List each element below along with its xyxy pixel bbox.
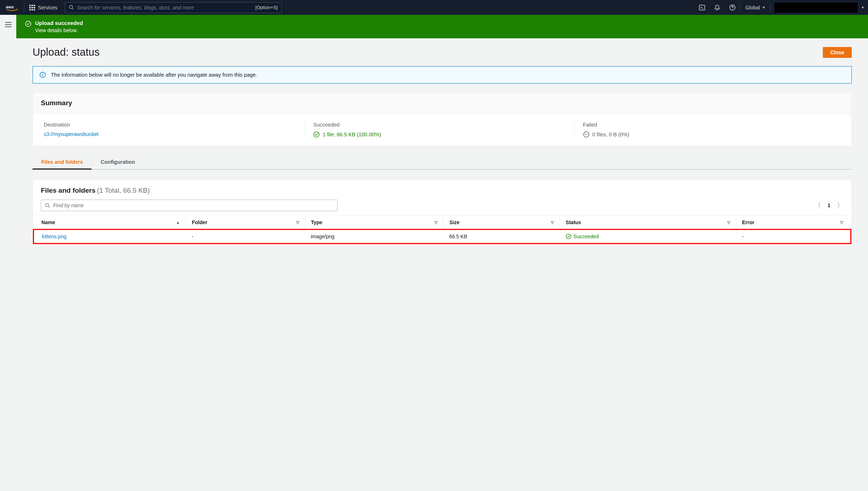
success-banner: Upload succeeded View details below.: [16, 15, 868, 38]
col-folder[interactable]: Folder▽: [186, 216, 305, 230]
svg-point-15: [587, 134, 588, 135]
pagination: 〈 1 〉: [814, 201, 843, 210]
svg-point-6: [732, 9, 733, 9]
sort-icon: ▽: [840, 220, 843, 225]
summary-label: Succeeded: [313, 122, 571, 128]
region-label: Global: [745, 5, 760, 10]
cloudshell-button[interactable]: [694, 0, 710, 15]
svg-line-17: [48, 206, 50, 208]
col-type[interactable]: Type▽: [305, 216, 443, 230]
svg-line-2: [72, 8, 73, 9]
caret-down-icon: ▼: [861, 6, 864, 9]
file-status: Succeeded: [566, 234, 731, 239]
col-error[interactable]: Error▽: [736, 216, 851, 230]
file-type: image/png: [305, 230, 443, 244]
info-alert: The information below will no longer be …: [33, 66, 852, 84]
succeeded-value: 1 file, 66.5 KB (100.00%): [323, 132, 381, 137]
col-status[interactable]: Status▽: [560, 216, 736, 230]
find-by-name-box[interactable]: [41, 200, 337, 211]
close-button[interactable]: Close: [823, 47, 852, 58]
grid-icon: [29, 5, 35, 10]
search-kbd-hint: [Option+S]: [255, 5, 278, 10]
svg-point-13: [585, 134, 586, 135]
page-next-button[interactable]: 〉: [837, 201, 843, 210]
help-icon: [729, 4, 736, 11]
region-selector[interactable]: Global ▼: [740, 5, 770, 10]
col-size[interactable]: Size▽: [443, 216, 560, 230]
ellipsis-circle-icon: [583, 131, 590, 138]
svg-point-1: [69, 5, 73, 9]
page-prev-button[interactable]: 〈: [814, 201, 821, 210]
files-table: Name▲ Folder▽ Type▽ Size▽ Status▽ Error▽…: [33, 215, 851, 244]
divider: [770, 3, 771, 12]
summary-succeeded: Succeeded 1 file, 66.5 KB (100.00%): [304, 122, 574, 138]
aws-top-header: aws Services [Option+S] Global ▼ ▼: [0, 0, 868, 15]
sort-asc-icon: ▲: [176, 220, 180, 225]
svg-point-14: [586, 134, 587, 135]
side-nav-toggle[interactable]: [5, 22, 12, 27]
files-title: Files and folders: [41, 187, 95, 194]
files-panel: Files and folders (1 Total, 66.5 KB) 〈 1…: [33, 180, 852, 244]
sort-icon: ▽: [727, 220, 730, 225]
services-label: Services: [38, 5, 58, 10]
svg-point-16: [46, 203, 49, 206]
services-menu-button[interactable]: Services: [24, 5, 63, 10]
summary-label: Destination: [44, 122, 301, 128]
info-alert-text: The information below will no longer be …: [51, 72, 257, 78]
summary-panel: Summary Destination s3://mysuperawsbucke…: [33, 92, 852, 146]
search-icon: [69, 5, 74, 10]
caret-down-icon: ▼: [762, 6, 765, 9]
file-folder: -: [186, 230, 305, 244]
sort-icon: ▽: [434, 220, 437, 225]
search-input[interactable]: [77, 5, 255, 10]
search-icon: [45, 203, 50, 208]
table-row: kittens.png - image/png 66.5 KB Succeede…: [34, 230, 851, 244]
table-header-row: Name▲ Folder▽ Type▽ Size▽ Status▽ Error▽: [34, 216, 851, 230]
summary-failed: Failed 0 files, 0 B (0%): [574, 122, 843, 138]
header-icons: Global ▼ ▼: [694, 0, 868, 15]
page-current: 1: [827, 202, 830, 208]
bell-icon: [714, 4, 720, 11]
summary-destination: Destination s3://mysuperawsbucket: [41, 122, 304, 138]
banner-title: Upload succeeded: [35, 20, 83, 26]
search-box[interactable]: [Option+S]: [65, 2, 282, 13]
file-size: 66.5 KB: [443, 230, 560, 244]
tabs: Files and folders Configuration: [33, 155, 852, 170]
find-input[interactable]: [53, 202, 333, 208]
tab-files-and-folders[interactable]: Files and folders: [33, 155, 92, 169]
summary-label: Failed: [583, 122, 841, 128]
help-button[interactable]: [725, 0, 740, 15]
side-nav-toggle-area: [0, 15, 16, 259]
summary-heading: Summary: [33, 93, 851, 114]
failed-value: 0 files, 0 B (0%): [592, 132, 629, 137]
success-check-icon: [313, 131, 320, 138]
cloudshell-icon: [699, 4, 705, 11]
page-title: Upload: status: [33, 46, 99, 58]
svg-text:aws: aws: [6, 4, 14, 9]
destination-link[interactable]: s3://mysuperawsbucket: [44, 131, 301, 137]
file-name-link[interactable]: kittens.png: [42, 234, 67, 239]
banner-subtitle: View details below.: [35, 27, 83, 33]
search-container: [Option+S]: [65, 2, 282, 13]
files-count: (1 Total, 66.5 KB): [97, 187, 150, 194]
account-menu[interactable]: [774, 3, 858, 13]
success-check-icon: [25, 21, 31, 27]
info-icon: [39, 72, 46, 78]
col-name[interactable]: Name▲: [34, 216, 186, 230]
aws-logo[interactable]: aws: [0, 4, 24, 11]
file-error: -: [736, 230, 851, 244]
sort-icon: ▽: [296, 220, 299, 225]
notifications-button[interactable]: [710, 0, 725, 15]
sort-icon: ▽: [551, 220, 554, 225]
page-header: Upload: status Close: [33, 46, 852, 58]
svg-point-9: [42, 73, 43, 74]
success-check-icon: [566, 234, 571, 239]
tab-configuration[interactable]: Configuration: [92, 155, 144, 169]
